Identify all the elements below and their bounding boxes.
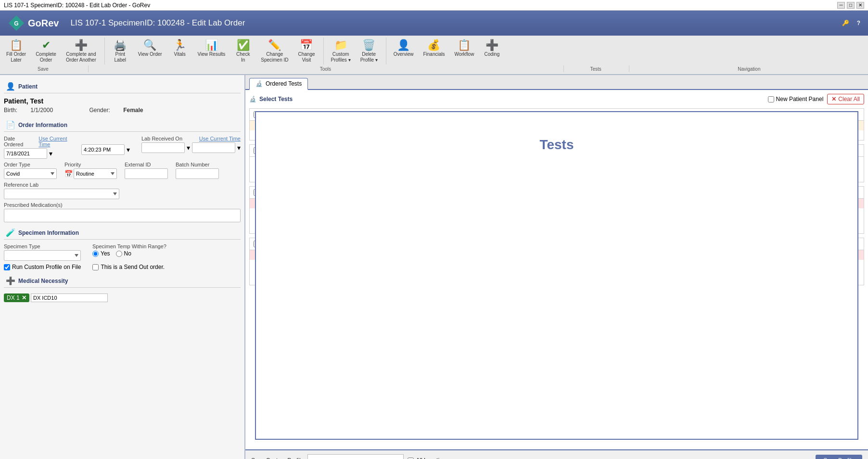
change-specimen-label: ChangeSpecimen ID	[261, 51, 288, 63]
save-profile-button[interactable]: Save Profile	[816, 455, 862, 459]
specimen-type-select[interactable]	[4, 250, 81, 261]
batch-number-input[interactable]	[176, 168, 219, 179]
order-info-icon: 📄	[6, 120, 15, 129]
external-id-input[interactable]	[125, 168, 168, 179]
send-out-checkbox[interactable]	[92, 264, 99, 270]
coding-button[interactable]: ➕ Coding	[479, 38, 504, 64]
logo-icon: G	[8, 14, 25, 32]
specimen-section-header: 🧪 Specimen Information	[4, 225, 241, 240]
yes-radio[interactable]	[92, 251, 99, 257]
close-button[interactable]: ✕	[856, 2, 864, 9]
all-locations-text: All Locations	[416, 457, 448, 459]
patient-info: Birth: 1/1/2000 Gender: Female	[4, 107, 241, 114]
save-group-label: Save	[38, 66, 49, 72]
run-custom-label: Run Custom Profile on File	[12, 264, 81, 270]
order-type-group: Order Type Covid	[4, 162, 57, 179]
specimen-temp-group: Specimen Temp Within Range? Yes No	[92, 243, 166, 257]
workflow-button[interactable]: 📋 Workflow	[450, 38, 478, 64]
change-specimen-id-button[interactable]: ✏️ ChangeSpecimen ID	[256, 38, 293, 64]
specimen-temp-label: Specimen Temp Within Range?	[92, 243, 166, 249]
prescribed-med-input[interactable]	[4, 209, 241, 222]
check-in-button[interactable]: ✅ CheckIn	[230, 38, 255, 64]
tests-group-label: Tests	[590, 66, 601, 72]
fill-order-later-button[interactable]: 📋 Fill OrderLater	[2, 38, 30, 64]
logo-text: GoRev	[28, 18, 59, 29]
lab-received-time-input[interactable]	[192, 142, 235, 153]
toolbar-group-tools: 🖨️ PrintLabel 🔍 View Order 🏃 Vitals 📊 Vi…	[108, 38, 324, 64]
new-patient-panel-checkbox[interactable]	[768, 96, 774, 102]
date-ordered-input[interactable]	[4, 148, 47, 159]
dx1-row: DX 1 ✕	[4, 292, 241, 302]
medical-necessity-section-header: ➕ Medical Necessity	[4, 273, 241, 288]
print-label-label: PrintLabel	[115, 51, 126, 63]
yes-label: Yes	[101, 250, 110, 257]
title-bar: LIS 107-1 SpecimenID: 100248 - Edit Lab …	[0, 0, 868, 11]
time-ordered-input[interactable]	[81, 144, 125, 155]
overview-button[interactable]: 👤 Overview	[389, 38, 418, 64]
patient-section-title: Patient	[18, 83, 38, 90]
header-title: LIS 107-1 SpecimenID: 100248 - Edit Lab …	[70, 18, 245, 28]
lab-time-dropdown-icon[interactable]: ▾	[237, 144, 241, 152]
complete-order-button[interactable]: ✔ CompleteOrder	[31, 38, 61, 64]
lab-received-date-input[interactable]	[141, 142, 185, 153]
dx1-remove-button[interactable]: ✕	[22, 294, 26, 301]
priority-label: Priority	[64, 162, 117, 167]
use-current-time-date-link[interactable]: Use Current Time	[38, 136, 74, 147]
view-results-label: View Results	[198, 51, 226, 57]
batch-number-group: Batch Number	[176, 162, 219, 179]
custom-profiles-label: CustomProfiles ▾	[331, 51, 351, 63]
tab-ordered-tests[interactable]: 🔬 Ordered Tests	[249, 78, 308, 90]
prescribed-med-label: Prescribed Medication(s)	[4, 202, 241, 208]
reference-lab-group: Reference Lab	[4, 182, 241, 199]
person-icon[interactable]: 🔑	[842, 20, 849, 26]
all-locations-checkbox[interactable]	[408, 458, 414, 459]
vitals-button[interactable]: 🏃 Vitals	[167, 38, 192, 64]
financials-button[interactable]: 💰 Financials	[419, 38, 449, 64]
help-icon[interactable]: ?	[857, 20, 860, 26]
workflow-icon: 📋	[458, 40, 471, 51]
clear-all-x-icon: ✕	[831, 96, 836, 102]
no-label: No	[124, 250, 131, 257]
complete-order-icon: ✔	[42, 40, 51, 51]
reference-lab-label: Reference Lab	[4, 182, 241, 188]
fill-order-later-icon: 📋	[10, 40, 23, 51]
lab-date-dropdown-icon[interactable]: ▾	[187, 144, 190, 152]
navigation-group-label: Navigation	[738, 66, 760, 72]
use-current-time-lab-link[interactable]: Use Current Time	[199, 136, 241, 141]
change-specimen-icon: ✏️	[268, 40, 281, 51]
restore-button[interactable]: □	[847, 2, 855, 9]
main-container: 👤 Patient Patient, Test Birth: 1/1/2000 …	[0, 75, 868, 459]
no-radio[interactable]	[116, 251, 122, 257]
run-custom-profile-checkbox[interactable]	[4, 264, 10, 270]
time-dropdown-icon[interactable]: ▾	[127, 146, 130, 153]
time-ordered-group: ▾	[81, 136, 130, 155]
vitals-label: Vitals	[174, 51, 185, 57]
change-visit-button[interactable]: 📅 ChangeVisit	[294, 38, 319, 64]
custom-profiles-button[interactable]: 📁 CustomProfiles ▾	[327, 38, 355, 64]
minimize-button[interactable]: ─	[837, 2, 845, 9]
dx1-input[interactable]	[31, 293, 108, 302]
run-custom-profile-label: Run Custom Profile on File	[4, 264, 81, 270]
overview-label: Overview	[394, 51, 414, 57]
view-results-button[interactable]: 📊 View Results	[193, 38, 230, 64]
complete-order-label: CompleteOrder	[36, 51, 56, 63]
reference-lab-row: Reference Lab	[4, 182, 241, 199]
view-order-button[interactable]: 🔍 View Order	[134, 38, 166, 64]
toolbar-group-tests: 📁 CustomProfiles ▾ 🗑️ DeleteProfile ▾	[327, 38, 386, 64]
toolbar-group-nav: 👤 Overview 💰 Financials 📋 Workflow ➕ Cod…	[389, 38, 509, 64]
clear-all-button[interactable]: ✕ Clear All	[827, 94, 864, 104]
delete-profile-icon: 🗑️	[362, 40, 375, 51]
custom-profiles-icon: 📁	[334, 40, 347, 51]
select-tests-icon: 🔬	[249, 96, 256, 102]
delete-profile-button[interactable]: 🗑️ DeleteProfile ▾	[356, 38, 382, 64]
save-custom-profile-input[interactable]	[307, 454, 404, 459]
print-label-button[interactable]: 🖨️ PrintLabel	[108, 38, 133, 64]
print-icon: 🖨️	[114, 40, 127, 51]
complete-and-order-another-button[interactable]: ➕ Complete andOrder Another	[62, 38, 101, 64]
priority-select[interactable]: Routine	[74, 168, 117, 179]
date-dropdown-icon[interactable]: ▾	[49, 150, 52, 157]
priority-icon: 📅	[64, 170, 73, 178]
reference-lab-select[interactable]	[4, 189, 119, 199]
order-type-select[interactable]: Covid	[4, 168, 57, 179]
patient-birth-label: Birth: 1/1/2000	[4, 107, 64, 114]
